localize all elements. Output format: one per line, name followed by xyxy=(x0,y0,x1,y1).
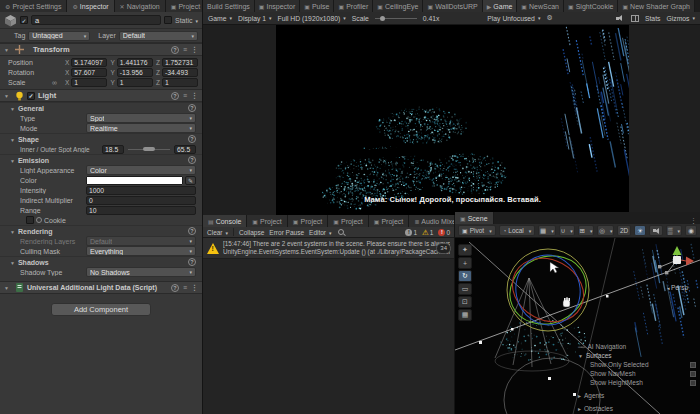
gameobject-name-field[interactable]: a xyxy=(31,15,161,25)
static-label[interactable]: Static xyxy=(175,17,198,24)
view-tool-button[interactable]: ✦ xyxy=(458,244,472,256)
culling-mask-dropdown[interactable]: Everything xyxy=(86,246,196,256)
tab-console[interactable]: ▤Console xyxy=(203,215,247,227)
help-icon[interactable]: ? xyxy=(188,227,196,235)
help-icon[interactable]: ? xyxy=(188,135,196,143)
spot-angle-slider[interactable] xyxy=(128,145,170,154)
scale-z-field[interactable]: 1 xyxy=(162,78,198,87)
rotation-x-field[interactable]: 57.607 xyxy=(71,68,107,77)
camera-settings-button[interactable]: ◎ xyxy=(597,225,614,236)
show-only-selected-checkbox[interactable] xyxy=(690,362,696,368)
shadow-type-dropdown[interactable]: No Shadows xyxy=(86,267,196,277)
position-z-field[interactable]: 1.752731 xyxy=(162,58,198,67)
foldout-icon[interactable] xyxy=(4,91,12,100)
stats-button[interactable]: Stats xyxy=(645,15,661,22)
preset-icon[interactable] xyxy=(183,91,187,100)
tab-walldotsurp[interactable]: ▣WallDotsURP xyxy=(423,0,482,12)
gameobject-cube-icon[interactable] xyxy=(4,14,17,27)
persp-label[interactable]: Persp xyxy=(667,284,688,291)
tab-scene[interactable]: ▣ Scene xyxy=(455,212,494,224)
scene-audio-button[interactable] xyxy=(649,225,663,236)
indirect-multiplier-field[interactable]: 0 xyxy=(86,196,196,205)
editor-dropdown[interactable]: Editor xyxy=(309,229,332,236)
move-tool-button[interactable]: + xyxy=(458,257,472,269)
rotation-y-field[interactable]: -13.956 xyxy=(117,68,153,77)
tab-project-1[interactable]: ▣Project xyxy=(247,215,287,227)
transform-tool-button[interactable]: ⊡ xyxy=(458,296,472,308)
rotate-tool-button[interactable]: ↻ xyxy=(458,270,472,282)
tab-project-4[interactable]: ▣Project xyxy=(369,215,409,227)
drag-handle-icon[interactable]: ══ xyxy=(578,344,585,350)
tab-inspector-2[interactable]: ▣Inspector xyxy=(255,0,300,12)
preset-icon[interactable] xyxy=(183,45,187,54)
scale-x-field[interactable]: 1 xyxy=(71,78,107,87)
cookie-checkbox[interactable] xyxy=(26,216,34,224)
rect-tool-button[interactable]: ▭ xyxy=(458,283,472,295)
custom-tool-button[interactable]: ▦ xyxy=(458,309,472,321)
show-heightmesh-checkbox[interactable] xyxy=(690,380,696,386)
clear-button[interactable]: Clear xyxy=(207,229,228,236)
tab-inspector[interactable]: ⚙ Inspector xyxy=(67,0,114,12)
tab-build-settings[interactable]: Build Settings xyxy=(203,0,255,12)
tag-dropdown[interactable]: Untagged xyxy=(28,31,90,41)
snap-toggle-button[interactable]: ∪ xyxy=(559,225,575,236)
slider-handle[interactable] xyxy=(143,147,155,151)
error-pause-button[interactable]: Error Pause xyxy=(269,229,304,236)
emission-section-header[interactable]: Emission ? xyxy=(0,154,202,165)
kebab-menu-icon[interactable] xyxy=(191,91,198,100)
color-swatch[interactable] xyxy=(86,176,183,185)
spot-angle-min-field[interactable]: 18.5 xyxy=(102,145,124,154)
tab-project-3[interactable]: ▣Project xyxy=(328,215,368,227)
help-icon[interactable]: ? xyxy=(188,258,196,266)
resolution-dropdown[interactable]: Full HD (1920x1080) xyxy=(278,15,346,22)
tab-newscan[interactable]: ▣NewScan xyxy=(517,0,564,12)
light-enabled-checkbox[interactable] xyxy=(27,92,35,100)
help-icon[interactable]: ? xyxy=(171,284,179,292)
scale-link-icon[interactable]: ∞ xyxy=(52,79,62,86)
foldout-icon[interactable] xyxy=(4,45,12,54)
position-x-field[interactable]: 5.174097 xyxy=(71,58,107,67)
intensity-field[interactable]: 1000 xyxy=(86,186,196,195)
collapse-button[interactable]: Collapse xyxy=(239,229,264,236)
scale-y-field[interactable]: 1 xyxy=(117,78,153,87)
tab-new-shader-graph[interactable]: ▣New Shader Graph xyxy=(618,0,695,12)
gizmos-dropdown[interactable]: Gizmos xyxy=(666,15,695,22)
transform-component-header[interactable]: Transform ? xyxy=(0,43,202,56)
handle-orientation-toggle[interactable]: ◔ Local xyxy=(499,225,536,236)
preset-icon[interactable] xyxy=(183,283,187,292)
tab-navigation[interactable]: ✕ Navigation xyxy=(115,0,166,12)
obstacles-foldout[interactable]: Obstacles xyxy=(578,404,696,413)
rotation-z-field[interactable]: -34.493 xyxy=(162,68,198,77)
display-dropdown[interactable]: Display 1 xyxy=(238,15,271,22)
grid-visibility-button[interactable]: ▦ xyxy=(538,225,555,236)
show-navmesh-checkbox[interactable] xyxy=(690,371,696,377)
position-y-field[interactable]: 1.441176 xyxy=(117,58,153,67)
layer-dropdown[interactable]: Default xyxy=(119,31,198,41)
scene-lighting-button[interactable]: ☀ xyxy=(634,225,646,236)
mute-audio-icon[interactable] xyxy=(616,14,625,22)
overlay-header[interactable]: ══ AI Navigation xyxy=(578,342,696,351)
script-component-header[interactable]: Universal Additional Light Data (Script)… xyxy=(0,281,202,294)
play-focus-dropdown[interactable]: Play Unfocused xyxy=(487,15,540,22)
help-icon[interactable]: ? xyxy=(188,156,196,164)
2d-toggle-button[interactable]: 2D xyxy=(617,225,631,236)
warning-count[interactable]: ⚠ 1 xyxy=(422,229,433,236)
tab-project[interactable]: ▣ Project xyxy=(166,0,202,12)
general-section-header[interactable]: General ? xyxy=(0,102,202,113)
surfaces-foldout[interactable]: Surfaces xyxy=(578,351,696,360)
vsync-icon[interactable] xyxy=(631,15,639,22)
tab-pulse[interactable]: ▣Pulse xyxy=(300,0,334,12)
hidden-objects-button[interactable]: ◉ xyxy=(685,225,697,236)
shadows-section-header[interactable]: Shadows ? xyxy=(0,256,202,267)
tab-sightcookie[interactable]: ▣SightCookie xyxy=(564,0,618,12)
gear-icon[interactable]: ⚙ xyxy=(546,14,552,22)
rendering-section-header[interactable]: Rendering ? xyxy=(0,225,202,236)
kebab-menu-icon[interactable] xyxy=(690,212,697,224)
info-count[interactable]: ! 1 xyxy=(405,229,417,236)
foldout-icon[interactable] xyxy=(4,283,12,292)
error-count[interactable]: ! 0 xyxy=(438,229,450,236)
range-field[interactable]: 10 xyxy=(86,206,196,215)
scale-slider[interactable] xyxy=(375,14,417,22)
light-mode-dropdown[interactable]: Realtime xyxy=(86,123,196,133)
static-checkbox[interactable] xyxy=(164,16,172,24)
